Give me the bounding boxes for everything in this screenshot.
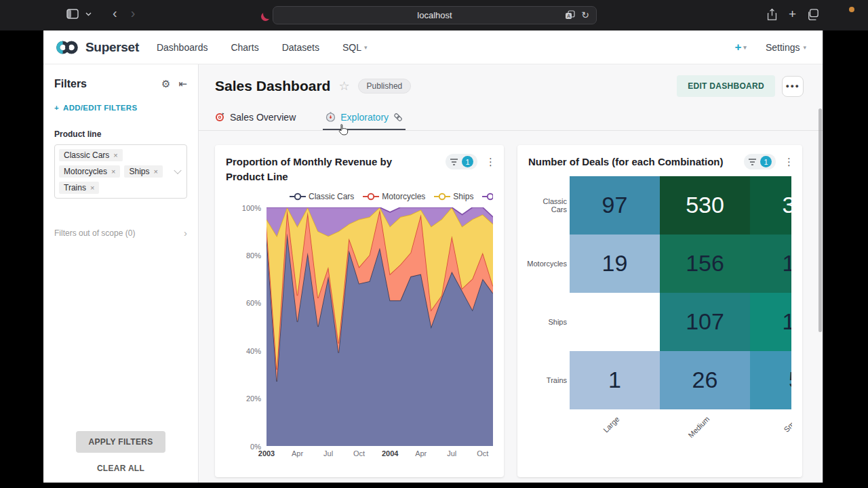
filters-title: Filters — [54, 78, 87, 90]
compass-icon — [326, 112, 336, 122]
filter-indicator[interactable]: 1 — [446, 154, 477, 169]
chevron-down-icon — [174, 167, 181, 174]
filter-tag[interactable]: Motorcycles× — [59, 165, 120, 178]
heatmap-cell-classic-cars-medium[interactable]: 530 — [660, 176, 750, 235]
apply-filters-button[interactable]: APPLY FILTERS — [76, 431, 165, 453]
active-tab-indicator — [323, 129, 406, 130]
filter-tag[interactable]: Classic Cars× — [59, 149, 123, 161]
filter-tag[interactable]: Ships× — [124, 165, 162, 178]
filter-tag-label: Trains — [64, 183, 86, 192]
nav-item-dashboards[interactable]: Dashboards — [157, 42, 208, 53]
more-options-button[interactable]: ●●● — [782, 76, 804, 97]
app-window: Superset DashboardsChartsDatasetsSQL▾ +▾… — [43, 30, 823, 483]
x-tick-label: Jul — [323, 449, 333, 458]
add-edit-filters-button[interactable]: + ADD/EDIT FILTERS — [54, 104, 187, 112]
chevron-down-icon[interactable] — [85, 12, 92, 16]
heatmap-cell-trains-large[interactable]: 1 — [570, 351, 660, 409]
url-bar[interactable]: localhost A ↻ — [273, 6, 597, 24]
filters-sidebar: Filters ⚙ ⇤ + ADD/EDIT FILTERS Product l… — [43, 64, 199, 483]
heatmap-cell-ships-small[interactable]: 12 — [750, 293, 791, 351]
translate-icon[interactable]: A — [565, 10, 576, 20]
legend-item-motorcycles[interactable]: Motorcycles — [363, 192, 425, 201]
superset-logo-icon — [54, 40, 80, 55]
edit-dashboard-button[interactable]: EDIT DASHBOARD — [677, 75, 775, 97]
nav-item-label: Dashboards — [157, 42, 208, 53]
nav-item-label: SQL — [342, 42, 361, 53]
heatmap-column-label: Medium — [662, 415, 711, 442]
chevron-down-icon: ▾ — [364, 44, 368, 51]
nav-item-charts[interactable]: Charts — [231, 42, 258, 53]
new-button[interactable]: +▾ — [734, 41, 746, 54]
chart-title: Proportion of Monthly Revenue by Product… — [226, 155, 429, 184]
nav-menu: DashboardsChartsDatasetsSQL▾ — [157, 42, 368, 53]
chart-card-number-of-deals: Number of Deals (for each Combination) 1… — [517, 145, 802, 477]
product-line-select[interactable]: Classic Cars×Motorcycles×Ships×Trains× — [54, 144, 187, 199]
gear-icon[interactable]: ⚙ — [161, 78, 170, 90]
link-icon[interactable] — [393, 113, 403, 122]
heatmap-cell-trains-small[interactable]: 5 — [750, 351, 791, 409]
superset-logo[interactable]: Superset — [54, 40, 139, 55]
heatmap-grid[interactable]: 97530341915615107121265 — [570, 176, 791, 409]
heatmap-cell-classic-cars-large[interactable]: 97 — [570, 176, 660, 235]
remove-tag-icon[interactable]: × — [153, 167, 157, 176]
x-tick-label: Jul — [447, 449, 456, 458]
forward-button[interactable]: › — [131, 5, 136, 21]
x-tick-label: 2003 — [258, 449, 275, 458]
remove-tag-icon[interactable]: × — [113, 151, 117, 159]
share-icon[interactable] — [766, 8, 778, 21]
back-button[interactable]: ‹ — [113, 5, 117, 21]
favorite-star-icon[interactable]: ☆ — [338, 79, 349, 94]
y-tick-label: 60% — [246, 299, 261, 307]
x-axis-labels: 2003AprJulOct2004AprJulOct — [267, 446, 493, 458]
x-tick-label: Apr — [415, 449, 427, 458]
collapse-sidebar-icon[interactable]: ⇤ — [178, 78, 187, 90]
clear-all-button[interactable]: CLEAR ALL — [43, 464, 198, 473]
nav-item-sql[interactable]: SQL▾ — [342, 42, 368, 53]
area-chart-plot[interactable] — [267, 207, 493, 446]
kebab-menu-icon[interactable]: ⋮ — [784, 156, 794, 168]
heatmap-cell-motorcycles-large[interactable]: 19 — [570, 235, 660, 293]
browser-logo-icon — [263, 9, 273, 19]
heatmap-clip: 97530341915615107121265 — [570, 176, 791, 409]
settings-menu[interactable]: Settings▾ — [766, 42, 806, 53]
filter-tag-label: Ships — [129, 167, 149, 176]
filter-indicator[interactable]: 1 — [744, 154, 776, 169]
tab-sales-overview[interactable]: Sales Overview — [215, 104, 296, 130]
heatmap-cell-ships-large[interactable] — [570, 293, 660, 351]
sidebar-toggle-icon[interactable] — [66, 9, 80, 20]
remove-tag-icon[interactable]: × — [111, 167, 115, 176]
new-tab-icon[interactable]: + — [789, 7, 796, 22]
heatmap-cell-classic-cars-small[interactable]: 34 — [750, 176, 791, 235]
reload-icon[interactable]: ↻ — [581, 9, 589, 20]
status-badge[interactable]: Published — [358, 79, 412, 94]
mouse-cursor — [336, 123, 349, 140]
heatmap-row-label: Trains — [528, 351, 567, 409]
legend-label: Classic Cars — [309, 192, 354, 201]
legend-item-trains[interactable]: Trains — [482, 192, 493, 201]
legend-item-ships[interactable]: Ships — [434, 192, 473, 201]
filter-tag[interactable]: Trains× — [59, 182, 99, 194]
kebab-menu-icon[interactable]: ⋮ — [486, 156, 496, 168]
y-tick-label: 40% — [246, 347, 261, 355]
dashboard-tabs: Sales Overview Exploratory — [199, 104, 823, 131]
legend-marker — [290, 192, 306, 201]
chevron-right-icon: › — [184, 227, 187, 239]
nav-item-label: Datasets — [282, 42, 319, 53]
remove-tag-icon[interactable]: × — [90, 184, 94, 192]
heatmap-cell-ships-medium[interactable]: 107 — [660, 293, 750, 351]
filters-out-of-scope[interactable]: Filters out of scope (0) › — [54, 227, 187, 239]
heatmap-cell-motorcycles-medium[interactable]: 156 — [660, 235, 750, 293]
tabs-icon[interactable] — [807, 9, 819, 20]
heatmap-row-label: Classic Cars — [528, 176, 567, 235]
filter-tag-label: Motorcycles — [64, 167, 107, 176]
browser-chrome: ‹ › localhost A ↻ + — [0, 0, 868, 30]
scrollbar[interactable] — [818, 108, 822, 332]
app-navbar: Superset DashboardsChartsDatasetsSQL▾ +▾… — [43, 30, 823, 64]
chart-legend: Classic CarsMotorcyclesShipsTrains — [290, 190, 493, 203]
nav-item-datasets[interactable]: Datasets — [282, 42, 319, 53]
legend-item-classic-cars[interactable]: Classic Cars — [290, 192, 354, 201]
legend-label: Motorcycles — [382, 192, 425, 201]
heatmap-cell-trains-medium[interactable]: 26 — [660, 351, 750, 409]
heatmap-cell-motorcycles-small[interactable]: 15 — [750, 235, 791, 293]
funnel-icon — [748, 158, 757, 166]
